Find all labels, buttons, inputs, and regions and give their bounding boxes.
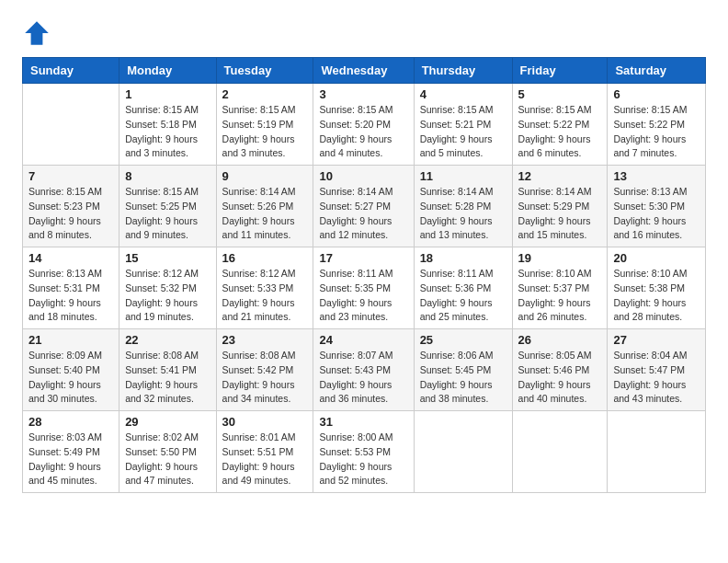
calendar-cell: 14Sunrise: 8:13 AMSunset: 5:31 PMDayligh… — [23, 247, 119, 329]
day-detail: Sunrise: 8:11 AMSunset: 5:36 PMDaylight:… — [420, 267, 506, 325]
calendar-cell — [414, 411, 512, 493]
calendar-cell: 11Sunrise: 8:14 AMSunset: 5:28 PMDayligh… — [414, 166, 512, 247]
day-detail: Sunrise: 8:13 AMSunset: 5:30 PMDaylight:… — [613, 185, 700, 243]
day-number: 7 — [28, 169, 113, 183]
calendar-cell: 13Sunrise: 8:13 AMSunset: 5:30 PMDayligh… — [608, 166, 706, 247]
day-detail: Sunrise: 8:11 AMSunset: 5:35 PMDaylight:… — [319, 267, 407, 325]
day-number: 5 — [518, 87, 602, 101]
calendar-body: 1Sunrise: 8:15 AMSunset: 5:18 PMDaylight… — [23, 84, 706, 493]
calendar-cell — [512, 411, 608, 493]
day-number: 27 — [613, 333, 700, 347]
day-detail: Sunrise: 8:10 AMSunset: 5:37 PMDaylight:… — [518, 267, 602, 325]
day-detail: Sunrise: 8:15 AMSunset: 5:19 PMDaylight:… — [222, 103, 308, 161]
calendar-cell: 22Sunrise: 8:08 AMSunset: 5:41 PMDayligh… — [119, 329, 216, 411]
header-row: SundayMondayTuesdayWednesdayThursdayFrid… — [23, 58, 706, 84]
calendar-header: SundayMondayTuesdayWednesdayThursdayFrid… — [23, 58, 706, 84]
calendar-cell: 29Sunrise: 8:02 AMSunset: 5:50 PMDayligh… — [119, 411, 216, 493]
calendar-cell: 23Sunrise: 8:08 AMSunset: 5:42 PMDayligh… — [216, 329, 313, 411]
calendar-cell: 2Sunrise: 8:15 AMSunset: 5:19 PMDaylight… — [216, 84, 313, 166]
calendar-cell: 15Sunrise: 8:12 AMSunset: 5:32 PMDayligh… — [119, 247, 216, 329]
day-number: 6 — [613, 87, 700, 101]
week-row-3: 21Sunrise: 8:09 AMSunset: 5:40 PMDayligh… — [23, 329, 706, 411]
day-number: 20 — [613, 251, 700, 265]
day-detail: Sunrise: 8:15 AMSunset: 5:21 PMDaylight:… — [420, 103, 506, 161]
day-number: 8 — [125, 169, 210, 183]
day-detail: Sunrise: 8:15 AMSunset: 5:25 PMDaylight:… — [125, 185, 210, 243]
header-cell-saturday: Saturday — [608, 58, 706, 84]
day-number: 9 — [222, 169, 308, 183]
day-number: 12 — [518, 169, 602, 183]
calendar-cell: 7Sunrise: 8:15 AMSunset: 5:23 PMDaylight… — [23, 166, 119, 247]
day-number: 31 — [319, 415, 407, 429]
day-detail: Sunrise: 8:14 AMSunset: 5:26 PMDaylight:… — [222, 185, 308, 243]
day-number: 21 — [28, 333, 113, 347]
day-detail: Sunrise: 8:13 AMSunset: 5:31 PMDaylight:… — [28, 267, 113, 325]
header-cell-wednesday: Wednesday — [313, 58, 414, 84]
header-cell-thursday: Thursday — [414, 58, 512, 84]
week-row-1: 7Sunrise: 8:15 AMSunset: 5:23 PMDaylight… — [23, 166, 706, 247]
day-detail: Sunrise: 8:00 AMSunset: 5:53 PMDaylight:… — [319, 431, 407, 488]
day-detail: Sunrise: 8:14 AMSunset: 5:29 PMDaylight:… — [518, 185, 602, 243]
day-number: 29 — [125, 415, 210, 429]
day-number: 10 — [319, 169, 407, 183]
svg-marker-0 — [25, 21, 49, 45]
day-number: 24 — [319, 333, 407, 347]
day-detail: Sunrise: 8:15 AMSunset: 5:23 PMDaylight:… — [28, 185, 113, 243]
calendar-cell: 4Sunrise: 8:15 AMSunset: 5:21 PMDaylight… — [414, 84, 512, 166]
header-cell-friday: Friday — [512, 58, 608, 84]
day-number: 15 — [125, 251, 210, 265]
week-row-0: 1Sunrise: 8:15 AMSunset: 5:18 PMDaylight… — [23, 84, 706, 166]
day-number: 1 — [125, 87, 210, 101]
header-cell-monday: Monday — [119, 58, 216, 84]
calendar-cell: 1Sunrise: 8:15 AMSunset: 5:18 PMDaylight… — [119, 84, 216, 166]
calendar-cell: 6Sunrise: 8:15 AMSunset: 5:22 PMDaylight… — [608, 84, 706, 166]
day-number: 17 — [319, 251, 407, 265]
calendar-cell — [23, 84, 119, 166]
day-number: 3 — [319, 87, 407, 101]
calendar-cell: 18Sunrise: 8:11 AMSunset: 5:36 PMDayligh… — [414, 247, 512, 329]
calendar-table: SundayMondayTuesdayWednesdayThursdayFrid… — [22, 57, 706, 493]
calendar-cell: 19Sunrise: 8:10 AMSunset: 5:37 PMDayligh… — [512, 247, 608, 329]
day-number: 26 — [518, 333, 602, 347]
calendar-cell: 21Sunrise: 8:09 AMSunset: 5:40 PMDayligh… — [23, 329, 119, 411]
week-row-2: 14Sunrise: 8:13 AMSunset: 5:31 PMDayligh… — [23, 247, 706, 329]
day-detail: Sunrise: 8:12 AMSunset: 5:33 PMDaylight:… — [222, 267, 308, 325]
day-detail: Sunrise: 8:15 AMSunset: 5:18 PMDaylight:… — [125, 103, 210, 161]
day-number: 18 — [420, 251, 506, 265]
day-detail: Sunrise: 8:03 AMSunset: 5:49 PMDaylight:… — [28, 431, 113, 488]
day-detail: Sunrise: 8:14 AMSunset: 5:27 PMDaylight:… — [319, 185, 407, 243]
day-number: 23 — [222, 333, 308, 347]
day-number: 14 — [28, 251, 113, 265]
calendar-cell: 5Sunrise: 8:15 AMSunset: 5:22 PMDaylight… — [512, 84, 608, 166]
week-row-4: 28Sunrise: 8:03 AMSunset: 5:49 PMDayligh… — [23, 411, 706, 493]
day-number: 11 — [420, 169, 506, 183]
logo-icon — [22, 18, 51, 48]
calendar-cell: 24Sunrise: 8:07 AMSunset: 5:43 PMDayligh… — [313, 329, 414, 411]
day-number: 2 — [222, 87, 308, 101]
day-detail: Sunrise: 8:15 AMSunset: 5:22 PMDaylight:… — [613, 103, 700, 161]
day-number: 13 — [613, 169, 700, 183]
calendar-cell: 10Sunrise: 8:14 AMSunset: 5:27 PMDayligh… — [313, 166, 414, 247]
day-number: 22 — [125, 333, 210, 347]
header-cell-sunday: Sunday — [23, 58, 119, 84]
day-detail: Sunrise: 8:08 AMSunset: 5:41 PMDaylight:… — [125, 349, 210, 407]
day-detail: Sunrise: 8:10 AMSunset: 5:38 PMDaylight:… — [613, 267, 700, 325]
calendar-cell: 9Sunrise: 8:14 AMSunset: 5:26 PMDaylight… — [216, 166, 313, 247]
day-number: 28 — [28, 415, 113, 429]
day-detail: Sunrise: 8:05 AMSunset: 5:46 PMDaylight:… — [518, 349, 602, 407]
calendar-cell: 3Sunrise: 8:15 AMSunset: 5:20 PMDaylight… — [313, 84, 414, 166]
calendar-cell: 31Sunrise: 8:00 AMSunset: 5:53 PMDayligh… — [313, 411, 414, 493]
calendar-cell: 30Sunrise: 8:01 AMSunset: 5:51 PMDayligh… — [216, 411, 313, 493]
calendar-cell: 28Sunrise: 8:03 AMSunset: 5:49 PMDayligh… — [23, 411, 119, 493]
day-number: 25 — [420, 333, 506, 347]
logo — [22, 18, 55, 48]
day-number: 4 — [420, 87, 506, 101]
day-detail: Sunrise: 8:01 AMSunset: 5:51 PMDaylight:… — [222, 431, 308, 488]
calendar-cell — [608, 411, 706, 493]
calendar-cell: 12Sunrise: 8:14 AMSunset: 5:29 PMDayligh… — [512, 166, 608, 247]
day-number: 30 — [222, 415, 308, 429]
header-cell-tuesday: Tuesday — [216, 58, 313, 84]
day-detail: Sunrise: 8:14 AMSunset: 5:28 PMDaylight:… — [420, 185, 506, 243]
calendar-cell: 25Sunrise: 8:06 AMSunset: 5:45 PMDayligh… — [414, 329, 512, 411]
day-detail: Sunrise: 8:06 AMSunset: 5:45 PMDaylight:… — [420, 349, 506, 407]
